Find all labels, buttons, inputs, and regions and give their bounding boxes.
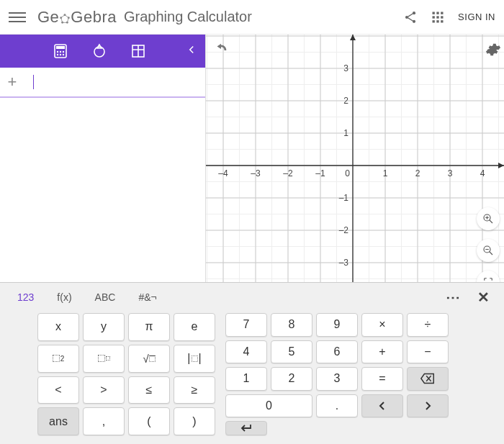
key-√□[interactable]: √	[128, 345, 170, 373]
svg-rect-15	[436, 20, 438, 22]
svg-text:–3: –3	[339, 258, 349, 268]
svg-rect-9	[436, 12, 438, 14]
svg-rect-13	[441, 16, 443, 18]
table-tab-icon[interactable]	[130, 42, 147, 60]
keyboard-more-button[interactable]: ⋯	[438, 289, 467, 306]
algebra-panel: +	[0, 35, 206, 282]
svg-rect-18	[56, 46, 65, 49]
key-4[interactable]: 4	[225, 340, 267, 364]
svg-rect-16	[441, 20, 443, 22]
svg-text:3: 3	[448, 168, 453, 178]
key-<[interactable]: <	[37, 376, 79, 404]
key-7[interactable]: 7	[225, 313, 267, 337]
key-3[interactable]: 3	[316, 367, 358, 391]
key-□^□[interactable]	[83, 345, 125, 373]
key-↵[interactable]	[225, 421, 267, 435]
add-input-button[interactable]: +	[0, 73, 24, 91]
svg-point-24	[63, 54, 64, 55]
key-([interactable]: (	[128, 407, 170, 435]
keyboard-close-button[interactable]: ✕	[470, 289, 497, 306]
collapse-panel-button[interactable]	[185, 43, 198, 59]
key-=[interactable]: =	[361, 367, 403, 391]
key-|□|[interactable]: ||	[174, 345, 215, 373]
svg-rect-11	[433, 16, 435, 18]
svg-text:0: 0	[345, 168, 350, 178]
logo: GeGebra	[37, 8, 117, 27]
key-,[interactable]: ,	[83, 407, 125, 435]
svg-text:2: 2	[343, 96, 348, 106]
key-5[interactable]: 5	[271, 340, 312, 364]
keyboard-tab-fx[interactable]: f(x)	[47, 287, 81, 307]
keyboard-tab-123[interactable]: 123	[7, 287, 44, 307]
svg-marker-83	[498, 163, 504, 168]
home-zoom-button[interactable]	[477, 271, 500, 282]
key-−[interactable]: −	[407, 340, 449, 364]
algebra-input-row: +	[0, 68, 205, 98]
app-header: GeGebra Graphing Calculator SIGN IN	[0, 0, 504, 35]
key-×[interactable]: ×	[361, 313, 403, 337]
svg-text:1: 1	[343, 128, 348, 138]
share-icon[interactable]	[403, 10, 418, 24]
apps-icon[interactable]	[431, 10, 445, 24]
svg-marker-84	[350, 35, 356, 40]
key-e[interactable]: e	[174, 313, 215, 341]
app-title: Graphing Calculator	[124, 9, 403, 25]
svg-point-22	[57, 54, 58, 55]
graph-view[interactable]: –4–3–2–101234–3–2–1123	[206, 35, 504, 282]
svg-text:4: 4	[480, 168, 485, 178]
svg-point-21	[63, 51, 64, 53]
svg-point-20	[60, 51, 61, 53]
key-‹[interactable]	[361, 394, 403, 418]
key-□²[interactable]: 2	[37, 345, 79, 373]
key-≤[interactable]: ≤	[128, 376, 170, 404]
svg-text:–1: –1	[315, 168, 325, 178]
svg-text:1: 1	[383, 168, 388, 178]
svg-point-23	[60, 54, 61, 55]
svg-text:–2: –2	[283, 168, 293, 178]
key-›[interactable]	[407, 394, 449, 418]
undo-button[interactable]	[213, 42, 229, 60]
svg-text:–4: –4	[218, 168, 228, 178]
key-y[interactable]: y	[83, 313, 125, 341]
zoom-out-button[interactable]	[477, 239, 500, 262]
menu-button[interactable]	[9, 9, 26, 26]
svg-text:–1: –1	[339, 193, 349, 203]
zoom-in-button[interactable]	[477, 207, 500, 230]
svg-rect-10	[441, 12, 443, 14]
svg-rect-12	[436, 16, 438, 18]
key-÷[interactable]: ÷	[407, 313, 449, 337]
key-x[interactable]: x	[37, 313, 79, 341]
key->[interactable]: >	[83, 376, 125, 404]
virtual-keyboard: 123f(x)ABC#&¬ ⋯ ✕ xyπe2√||<>≤≥ans,() 789…	[0, 282, 504, 444]
key-≥[interactable]: ≥	[174, 376, 215, 404]
key-6[interactable]: 6	[316, 340, 358, 364]
key-π[interactable]: π	[128, 313, 170, 341]
panel-toolbar	[0, 35, 205, 68]
signin-button[interactable]: SIGN IN	[458, 12, 495, 22]
svg-text:–2: –2	[339, 225, 349, 235]
key-0[interactable]: 0	[225, 394, 312, 418]
graph-settings-button[interactable]	[485, 42, 501, 60]
svg-text:2: 2	[415, 168, 420, 178]
svg-text:3: 3	[343, 63, 348, 73]
svg-rect-8	[433, 12, 435, 14]
key-1[interactable]: 1	[225, 367, 267, 391]
key-2[interactable]: 2	[271, 367, 312, 391]
keyboard-tab-abc[interactable]: ABC	[85, 287, 126, 307]
algebra-input[interactable]	[24, 68, 205, 96]
svg-rect-14	[433, 20, 435, 22]
key-8[interactable]: 8	[271, 313, 312, 337]
algebra-tab-icon[interactable]	[52, 42, 69, 60]
keyboard-tab-[interactable]: #&¬	[128, 287, 166, 307]
key-9[interactable]: 9	[316, 313, 358, 337]
svg-point-19	[57, 51, 58, 53]
key-⌫[interactable]	[407, 367, 449, 391]
key-ans[interactable]: ans	[37, 407, 79, 435]
key-+[interactable]: +	[361, 340, 403, 364]
svg-text:–3: –3	[251, 168, 261, 178]
tools-tab-icon[interactable]	[91, 42, 108, 60]
key-)[interactable]: )	[174, 407, 215, 435]
keyboard-tabs: 123f(x)ABC#&¬ ⋯ ✕	[0, 283, 504, 312]
key-.[interactable]: .	[316, 394, 358, 418]
